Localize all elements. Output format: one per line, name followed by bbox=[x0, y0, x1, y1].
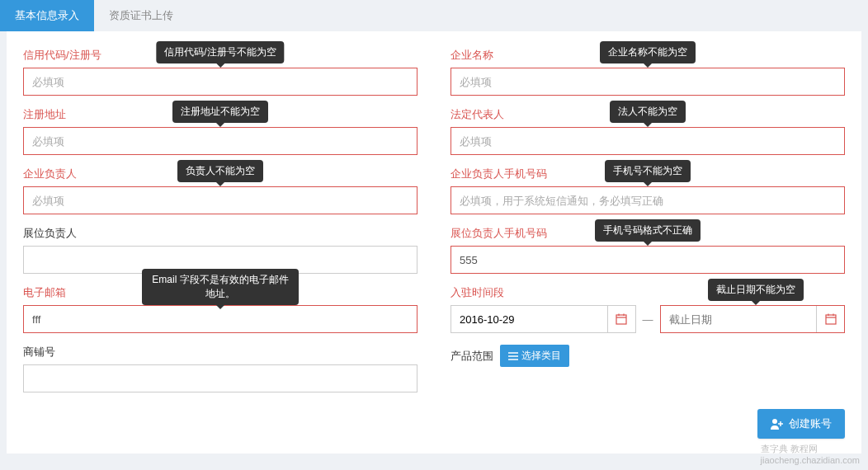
input-reg-address[interactable] bbox=[23, 127, 417, 155]
select-category-label: 选择类目 bbox=[521, 349, 561, 363]
calendar-icon[interactable] bbox=[607, 306, 635, 332]
create-account-label: 创建账号 bbox=[789, 416, 832, 431]
input-credit-code[interactable] bbox=[23, 68, 417, 96]
svg-rect-4 bbox=[826, 315, 836, 324]
input-shop-no[interactable] bbox=[23, 364, 417, 392]
label-booth-owner: 展位负责人 bbox=[23, 226, 417, 241]
tab-basic-info[interactable]: 基本信息录入 bbox=[0, 0, 94, 31]
user-plus-icon bbox=[771, 418, 784, 430]
tooltip-booth-phone: 手机号码格式不正确 bbox=[595, 219, 701, 242]
svg-rect-0 bbox=[616, 315, 626, 324]
tooltip-email: Email 字段不是有效的电子邮件地址。 bbox=[142, 269, 299, 305]
select-category-button[interactable]: 选择类目 bbox=[500, 345, 569, 367]
form-panel: 信用代码/注册号不能为空 信用代码/注册号 企业名称不能为空 企业名称 注册地址… bbox=[7, 31, 861, 454]
create-account-button[interactable]: 创建账号 bbox=[757, 409, 845, 439]
input-end-date[interactable] bbox=[661, 306, 817, 332]
tab-cert-upload[interactable]: 资质证书上传 bbox=[94, 0, 188, 31]
input-start-date[interactable] bbox=[451, 306, 607, 332]
svg-point-11 bbox=[772, 419, 777, 424]
tooltip-company-owner: 负责人不能为空 bbox=[177, 160, 263, 182]
tooltip-company-name: 企业名称不能为空 bbox=[600, 41, 696, 63]
tooltip-owner-phone: 手机号不能为空 bbox=[605, 160, 691, 182]
input-legal-rep[interactable] bbox=[451, 127, 845, 155]
input-booth-phone[interactable] bbox=[451, 246, 845, 274]
label-shop-no: 商铺号 bbox=[23, 345, 417, 360]
input-company-owner[interactable] bbox=[23, 186, 417, 214]
input-company-name[interactable] bbox=[451, 68, 845, 96]
tabs-bar: 基本信息录入 资质证书上传 bbox=[0, 0, 868, 31]
tooltip-reg-address: 注册地址不能为空 bbox=[172, 101, 268, 123]
input-owner-phone[interactable] bbox=[451, 186, 845, 214]
list-icon bbox=[508, 352, 518, 360]
tooltip-credit-code: 信用代码/注册号不能为空 bbox=[156, 41, 284, 63]
date-separator: — bbox=[643, 313, 653, 326]
calendar-icon[interactable] bbox=[816, 306, 844, 332]
tooltip-legal-rep: 法人不能为空 bbox=[610, 101, 686, 123]
label-product-range: 产品范围 bbox=[451, 349, 493, 364]
tooltip-period: 截止日期不能为空 bbox=[708, 279, 804, 301]
